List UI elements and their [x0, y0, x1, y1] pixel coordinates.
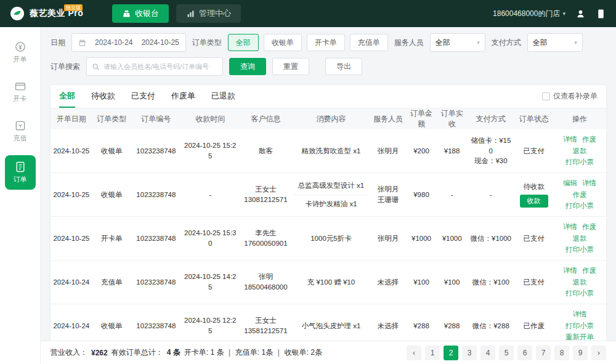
- action-link[interactable]: 退款: [573, 233, 587, 244]
- cell-items: 充 ¥100 赠 ¥10: [292, 261, 370, 304]
- page-button[interactable]: 6: [517, 346, 532, 360]
- mobile-icon[interactable]: [596, 9, 606, 19]
- nav-management[interactable]: 管理中心: [176, 4, 241, 23]
- bill-icon: [14, 41, 26, 53]
- order-type-chip[interactable]: 全部: [228, 34, 259, 51]
- action-link[interactable]: 详情: [563, 222, 577, 232]
- cell-amount: ¥100: [406, 261, 437, 304]
- action-link[interactable]: 详情: [563, 265, 577, 276]
- column-header: 消费内容: [292, 108, 370, 129]
- item-line: 精致洗剪吹造型 x1: [294, 146, 368, 156]
- supplement-only-checkbox[interactable]: 仅查看补录单: [542, 91, 598, 102]
- page-button[interactable]: 8: [554, 346, 569, 360]
- action-link[interactable]: 打印小票: [565, 288, 594, 299]
- cell-status: 待收款收款: [514, 173, 553, 217]
- date-from-value[interactable]: 2024-10-24: [95, 38, 132, 47]
- reset-button[interactable]: 重置: [272, 58, 309, 75]
- table-row: 2024-10-25开卡单10232387482024-10-25 15:30李…: [51, 217, 606, 261]
- collect-button[interactable]: 收款: [520, 195, 548, 208]
- action-link[interactable]: 作废: [582, 222, 596, 232]
- action-link[interactable]: 编辑: [563, 178, 577, 188]
- cell-actions: 详情作废退款打印小票: [553, 261, 606, 304]
- order-icon: [14, 161, 26, 173]
- order-type-chip[interactable]: 开卡单: [307, 34, 345, 51]
- page-button[interactable]: 5: [499, 346, 514, 360]
- sidebar-item-open-card[interactable]: 开卡: [5, 76, 36, 107]
- cell-staff: 未选择: [370, 304, 407, 341]
- cell-pay-method: 微信：¥100: [467, 261, 514, 304]
- action-link[interactable]: 详情: [582, 178, 596, 188]
- status-tab[interactable]: 已支付: [131, 85, 155, 108]
- page-button[interactable]: 2: [444, 346, 458, 360]
- prev-page-button[interactable]: ‹: [407, 346, 421, 360]
- export-button[interactable]: 导出: [325, 58, 362, 75]
- action-link[interactable]: 作废: [582, 265, 596, 276]
- customer-line: 王女士: [241, 184, 291, 195]
- supplement-only-label: 仅查看补录单: [553, 91, 598, 102]
- order-type-chip[interactable]: 充值单: [350, 34, 388, 51]
- staff-line: 张明月: [372, 146, 405, 156]
- column-header: 开单日期: [51, 108, 92, 129]
- action-link[interactable]: 详情: [563, 134, 577, 145]
- action-link[interactable]: 退款: [573, 146, 587, 156]
- action-link[interactable]: 打印小票: [565, 157, 594, 168]
- cell-customer: 王女士13081212571: [240, 173, 293, 217]
- action-link[interactable]: 打印小票: [565, 245, 594, 255]
- customer-line: 李先生: [241, 228, 291, 238]
- action-link[interactable]: 打印小票: [565, 201, 594, 211]
- next-page-button[interactable]: ›: [591, 346, 606, 360]
- staff-line: 张明月: [372, 233, 405, 244]
- action-link[interactable]: 作废: [582, 134, 596, 145]
- column-header: 订单编号: [131, 108, 181, 129]
- sidebar: 开单开卡充值订单: [0, 27, 41, 364]
- orders-card: 全部待收款已支付作废单已退款 仅查看补录单 开单日期订单类型订单编号收款时间客户…: [51, 85, 606, 341]
- status-tab[interactable]: 全部: [59, 85, 75, 108]
- customer-line: 张明: [241, 272, 291, 282]
- cell-actions: 编辑详情作废打印小票: [553, 173, 606, 217]
- action-link[interactable]: 作废: [573, 190, 587, 200]
- user-icon[interactable]: [575, 9, 586, 19]
- item-line: 1000元5折卡: [294, 233, 368, 244]
- status-tab[interactable]: 已退款: [211, 85, 235, 108]
- page-button[interactable]: 7: [536, 346, 551, 360]
- order-type-text: 充值单: [101, 278, 123, 286]
- cell-open-date: 2024-10-25: [51, 217, 92, 261]
- action-link[interactable]: 退款: [573, 277, 587, 288]
- cell-actions: 详情作废退款打印小票: [553, 129, 606, 173]
- search-icon: [92, 63, 100, 71]
- cell-order-type: 充值单: [92, 261, 131, 304]
- page-button[interactable]: 4: [480, 346, 495, 360]
- checkbox-icon[interactable]: [542, 92, 550, 100]
- table-row: 2024-10-25收银单10232387482024-10-25 15:25散…: [51, 129, 606, 173]
- pay-select[interactable]: 全部 ▾: [527, 33, 583, 52]
- sidebar-item-label: 充值: [14, 134, 27, 143]
- status-text: 已支付: [516, 233, 551, 244]
- pay-method-line: 微信：¥100: [469, 277, 513, 288]
- date-range-picker[interactable]: 2024-10-24 2024-10-25: [71, 33, 186, 52]
- customer-line: 17600050901: [241, 238, 291, 249]
- staff-select[interactable]: 全部 ▾: [430, 33, 485, 52]
- query-button[interactable]: 查询: [229, 58, 266, 75]
- revenue-label: 营业收入：: [51, 347, 87, 358]
- page-button[interactable]: 9: [573, 346, 588, 360]
- status-tab[interactable]: 待收款: [91, 85, 115, 108]
- sidebar-item-orders[interactable]: 订单: [5, 155, 36, 190]
- order-type-chip[interactable]: 收银单: [264, 34, 302, 51]
- sidebar-item-open-bill[interactable]: 开单: [5, 37, 36, 68]
- cell-pay-time: -: [181, 173, 240, 217]
- action-link[interactable]: 详情: [573, 309, 587, 320]
- page-button[interactable]: 1: [425, 346, 440, 360]
- date-to-value[interactable]: 2024-10-25: [141, 38, 179, 47]
- nav-cashier[interactable]: 收银台: [112, 4, 169, 23]
- pagination: ‹123456789›: [407, 346, 606, 360]
- recharge-icon: [14, 119, 26, 132]
- status-text: 已支付: [516, 146, 551, 156]
- page-button[interactable]: 3: [462, 346, 477, 360]
- sidebar-item-recharge[interactable]: 充值: [5, 116, 36, 147]
- store-selector[interactable]: 18600468000的门店 ▾: [493, 9, 565, 19]
- staff-select-value: 全部: [436, 38, 450, 48]
- search-input[interactable]: [103, 63, 217, 70]
- action-link[interactable]: 重新开单: [565, 332, 594, 341]
- status-tab[interactable]: 作废单: [171, 85, 195, 108]
- action-link[interactable]: 打印小票: [565, 321, 594, 331]
